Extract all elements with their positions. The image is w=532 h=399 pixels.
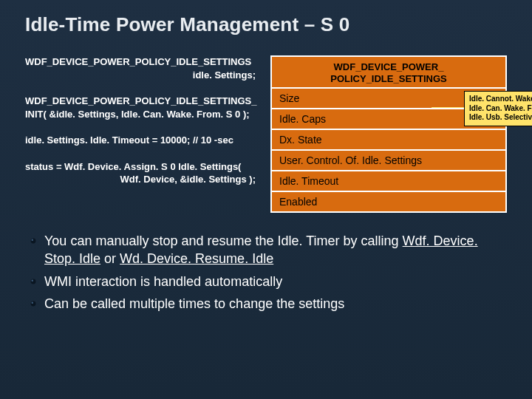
callout-connector [432, 107, 464, 108]
bullet-icon [30, 300, 37, 307]
code-column: WDF_DEVICE_POWER_POLICY_IDLE_SETTINGS id… [25, 55, 257, 200]
bullet-text: You can manually stop and resume the Idl… [44, 233, 403, 248]
code-text: WDF_DEVICE_POWER_POLICY_IDLE_SETTINGS [25, 56, 251, 67]
svg-point-4 [31, 301, 36, 307]
struct-header: WDF_DEVICE_POWER_ POLICY_IDLE_SETTINGS [272, 57, 505, 89]
struct-column: WDF_DEVICE_POWER_ POLICY_IDLE_SETTINGS S… [270, 55, 507, 213]
callout-line: Idle. Usb. Selective. Suspend [469, 113, 532, 121]
struct-row: User. Control. Of. Idle. Settings [272, 151, 505, 171]
content-columns: WDF_DEVICE_POWER_POLICY_IDLE_SETTINGS id… [25, 55, 507, 213]
svg-point-3 [32, 279, 33, 281]
code-decl: WDF_DEVICE_POWER_POLICY_IDLE_SETTINGS id… [25, 55, 257, 81]
bullet-text: or [100, 251, 120, 266]
bullet-text: WMI interaction is handled automatically [44, 274, 282, 289]
slide-title: Idle-Time Power Management – S 0 [25, 13, 507, 36]
struct-box: WDF_DEVICE_POWER_ POLICY_IDLE_SETTINGS S… [270, 55, 507, 213]
enum-callout: Idle. Cannot. Wake. From. S 0 Idle. Can.… [464, 91, 532, 126]
link-resume-idle[interactable]: Wd. Device. Resume. Idle [120, 251, 273, 266]
svg-point-0 [31, 239, 36, 244]
bullet-icon [30, 278, 37, 285]
struct-header-line: WDF_DEVICE_POWER_ [334, 61, 444, 72]
svg-point-2 [31, 279, 36, 284]
code-text: idle. Settings; [25, 69, 257, 82]
code-text: Wdf. Device, &idle. Settings ); [25, 173, 257, 186]
code-text: INIT( &idle. Settings, Idle. Can. Wake. … [25, 109, 250, 120]
code-assign: status = Wdf. Device. Assign. S 0 Idle. … [25, 160, 257, 186]
code-timeout: idle. Settings. Idle. Timeout = 10000; /… [25, 134, 257, 147]
bullet-item: WMI interaction is handled automatically [25, 273, 507, 290]
bullet-list: You can manually stop and resume the Idl… [25, 232, 507, 313]
struct-row: Dx. State [272, 130, 505, 151]
callout-line: Idle. Cannot. Wake. From. S 0 [469, 95, 532, 103]
code-init: WDF_DEVICE_POWER_POLICY_IDLE_SETTINGS_ I… [25, 95, 257, 120]
struct-header-line: POLICY_IDLE_SETTINGS [330, 73, 446, 84]
bullet-item: You can manually stop and resume the Idl… [25, 232, 507, 268]
struct-row: Enabled [272, 192, 505, 211]
bullet-icon [30, 237, 37, 245]
slide: Idle-Time Power Management – S 0 WDF_DEV… [0, 0, 532, 399]
struct-row: Idle. Timeout [272, 171, 505, 192]
callout-line: Idle. Can. Wake. From. S 0 [469, 104, 532, 112]
bullet-item: Can be called multiple times to change t… [25, 295, 507, 313]
code-text: WDF_DEVICE_POWER_POLICY_IDLE_SETTINGS_ [25, 95, 257, 106]
code-text: idle. Settings. Idle. Timeout = 10000; /… [25, 134, 233, 146]
code-text: status = Wdf. Device. Assign. S 0 Idle. … [25, 161, 241, 172]
svg-point-5 [32, 302, 33, 304]
svg-point-1 [32, 239, 33, 241]
bullet-text: Can be called multiple times to change t… [44, 296, 344, 311]
